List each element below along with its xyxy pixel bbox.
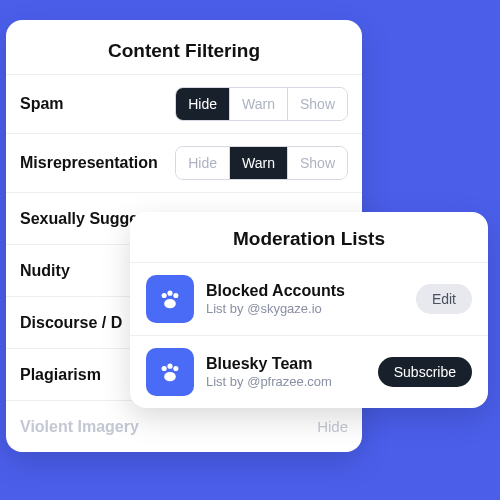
paw-icon xyxy=(146,275,194,323)
filter-label: Nudity xyxy=(20,262,70,280)
segmented-control: Hide Warn Show xyxy=(175,146,348,180)
moderation-list-title: Bluesky Team xyxy=(206,355,366,373)
filter-label: Violent Imagery xyxy=(20,418,139,436)
segmented-control: Hide Warn Show xyxy=(175,87,348,121)
moderation-list-subtitle: List by @skygaze.io xyxy=(206,301,404,316)
segment-warn[interactable]: Warn xyxy=(229,147,287,179)
filter-row-spam: Spam Hide Warn Show xyxy=(6,74,362,133)
svg-point-2 xyxy=(173,293,178,298)
paw-icon xyxy=(146,348,194,396)
edit-button[interactable]: Edit xyxy=(416,284,472,314)
filter-label: Plagiarism xyxy=(20,366,101,384)
content-filtering-title: Content Filtering xyxy=(6,32,362,74)
filter-label: Misrepresentation xyxy=(20,154,158,172)
subscribe-button[interactable]: Subscribe xyxy=(378,357,472,387)
svg-point-1 xyxy=(167,291,172,296)
moderation-list-text: Bluesky Team List by @pfrazee.com xyxy=(206,355,366,389)
svg-point-0 xyxy=(162,293,167,298)
moderation-list-item: Bluesky Team List by @pfrazee.com Subscr… xyxy=(130,335,488,408)
svg-point-7 xyxy=(164,372,176,381)
filter-label: Spam xyxy=(20,95,64,113)
svg-point-5 xyxy=(167,364,172,369)
moderation-list-item: Blocked Accounts List by @skygaze.io Edi… xyxy=(130,262,488,335)
segment-warn[interactable]: Warn xyxy=(229,88,287,120)
filter-value: Hide xyxy=(317,418,348,435)
svg-point-4 xyxy=(162,366,167,371)
segment-hide[interactable]: Hide xyxy=(176,88,229,120)
filter-label: Discourse / D xyxy=(20,314,122,332)
filter-row-misrepresentation: Misrepresentation Hide Warn Show xyxy=(6,133,362,192)
svg-point-3 xyxy=(164,299,176,308)
svg-point-6 xyxy=(173,366,178,371)
moderation-lists-title: Moderation Lists xyxy=(130,220,488,262)
moderation-list-text: Blocked Accounts List by @skygaze.io xyxy=(206,282,404,316)
segment-show[interactable]: Show xyxy=(287,88,347,120)
segment-hide[interactable]: Hide xyxy=(176,147,229,179)
moderation-lists-card: Moderation Lists Blocked Accounts List b… xyxy=(130,212,488,408)
segment-show[interactable]: Show xyxy=(287,147,347,179)
moderation-list-title: Blocked Accounts xyxy=(206,282,404,300)
moderation-list-subtitle: List by @pfrazee.com xyxy=(206,374,366,389)
